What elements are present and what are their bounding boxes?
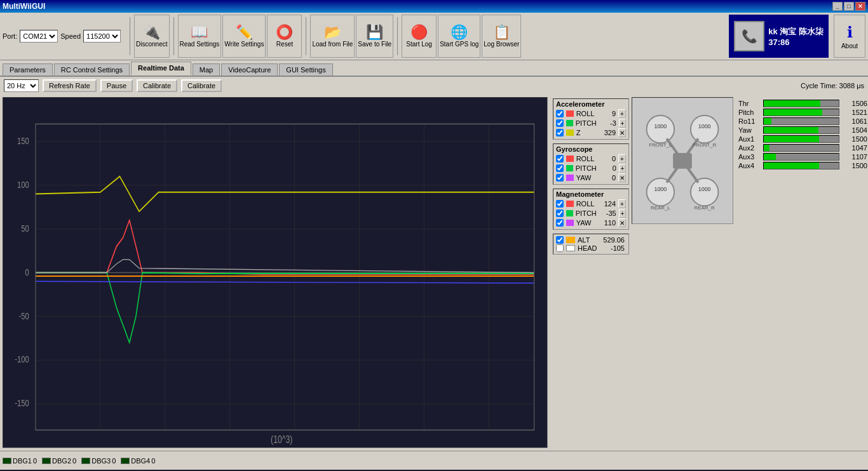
rc-aux2-bar <box>763 144 839 152</box>
maximize-button[interactable]: □ <box>844 2 854 11</box>
accel-z-label: Z <box>576 129 595 136</box>
start-log-button[interactable]: 🔴 Start Log <box>402 15 437 58</box>
rc-aux2-value: 1047 <box>842 144 867 152</box>
dbg1-indicator <box>3 458 11 464</box>
dbg1-item: DBG1 0 <box>3 457 37 465</box>
mag-pitch-checkbox[interactable] <box>556 209 564 217</box>
rc-aux1-label: Aux1 <box>738 135 761 143</box>
mag-roll-plus[interactable]: + <box>618 199 626 208</box>
speed-select[interactable]: 1152005760038400 <box>83 30 121 43</box>
gyro-pitch-checkbox[interactable] <box>556 164 564 172</box>
accel-roll-plus[interactable]: + <box>618 109 626 118</box>
tab-video-capture[interactable]: VideoCapture <box>221 63 278 76</box>
save-file-icon: 💾 <box>366 25 383 39</box>
gyro-yaw-color <box>566 175 574 181</box>
rc-pitch-bar <box>763 109 839 116</box>
mag-roll-checkbox[interactable] <box>556 200 564 208</box>
rc-roll-row: Ro11 1061 <box>738 117 867 125</box>
speed-label: Speed <box>60 32 81 40</box>
gyro-pitch-plus[interactable]: + <box>619 164 626 173</box>
right-panel: Accelerometer ROLL 9 + PITCH -3 <box>550 95 868 451</box>
mag-yaw-checkbox[interactable] <box>556 219 564 227</box>
rc-aux1-fill <box>764 136 819 142</box>
read-settings-icon: 📖 <box>191 25 208 39</box>
tab-map[interactable]: Map <box>193 63 220 76</box>
alt-value: 529.06 <box>602 236 625 244</box>
tab-gui-settings[interactable]: GUI Settings <box>279 63 332 76</box>
save-to-file-button[interactable]: 💾 Save to File <box>356 15 393 58</box>
reset-label: Reset <box>276 41 293 48</box>
reset-button[interactable]: ⭕ Reset <box>267 15 302 58</box>
log-browser-button[interactable]: 📋 Log Browser <box>482 15 521 58</box>
rc-roll-value: 1061 <box>842 117 867 125</box>
accel-roll-checkbox[interactable] <box>556 110 564 117</box>
minimize-button[interactable]: _ <box>832 2 843 11</box>
calibrate-mag-button[interactable]: Calibrate <box>181 79 222 92</box>
rc-yaw-row: Yaw 1504 <box>738 126 867 134</box>
mag-title: Magnetometer <box>556 190 626 198</box>
svg-text:FRONT_L: FRONT_L <box>649 142 672 148</box>
alt-row: ALT 529.06 <box>556 236 626 244</box>
write-settings-button[interactable]: ✏️ Write Settings <box>222 15 266 58</box>
svg-text:1000: 1000 <box>654 186 667 192</box>
gyro-yaw-checkbox[interactable] <box>556 174 564 182</box>
debug-bar: DBG1 0 DBG2 0 DBG3 0 DBG4 0 <box>0 451 868 470</box>
rc-yaw-fill <box>764 127 818 133</box>
port-select[interactable]: COM21COM1COM2 <box>20 30 58 43</box>
svg-text:-50: -50 <box>19 310 29 321</box>
gyro-roll-plus[interactable]: + <box>618 154 626 163</box>
magnetometer-panel: Magnetometer ROLL 124 + PITCH - <box>553 189 629 230</box>
accel-z-plus[interactable]: ✕ <box>618 128 626 137</box>
calibrate-acc-button[interactable]: Calibrate <box>137 79 177 92</box>
tab-realtime-data[interactable]: Realtime Data <box>131 62 191 76</box>
rc-aux2-label: Aux2 <box>738 144 761 152</box>
start-gps-log-button[interactable]: 🌐 Start GPS log <box>438 15 480 58</box>
tab-rc-control[interactable]: RC Control Settings <box>54 63 130 76</box>
dbg2-indicator <box>42 458 51 464</box>
toolbar-divider-1 <box>130 17 130 55</box>
load-from-file-button[interactable]: 📂 Load from File <box>310 15 355 58</box>
alt-head-panel: ALT 529.06 HEAD -105 <box>553 234 629 255</box>
head-checkbox[interactable] <box>556 244 564 252</box>
rc-aux3-row: Aux3 1107 <box>738 153 867 161</box>
gyro-roll-checkbox[interactable] <box>556 155 564 163</box>
svg-text:FRONT_R: FRONT_R <box>693 142 717 148</box>
disconnect-label: Disconnect <box>136 41 167 48</box>
dbg2-label: DBG2 <box>52 457 71 465</box>
mag-pitch-plus[interactable]: + <box>619 209 626 218</box>
rc-roll-bar <box>763 117 839 125</box>
accelerometer-panel: Accelerometer ROLL 9 + PITCH -3 <box>553 98 629 140</box>
rc-aux1-value: 1500 <box>842 135 867 143</box>
accel-z-row: Z 329 ✕ <box>556 128 626 137</box>
svg-rect-33 <box>673 153 692 169</box>
rc-aux4-row: Aux4 1500 <box>738 162 867 169</box>
disconnect-button[interactable]: 🔌 Disconnect <box>134 15 169 58</box>
toolbar-divider-4 <box>397 17 398 55</box>
rc-yaw-bar <box>763 126 839 134</box>
accel-pitch-checkbox[interactable] <box>556 119 564 127</box>
rc-roll-fill <box>764 118 771 124</box>
about-button[interactable]: ℹ About <box>834 15 865 58</box>
rc-pitch-row: Pitch 1521 <box>738 109 867 116</box>
refresh-rate-button[interactable]: Refresh Rate <box>43 79 97 92</box>
svg-text:(10^3): (10^3) <box>271 434 292 445</box>
dbg4-indicator <box>121 458 130 464</box>
user-time: 37:86 <box>768 37 824 47</box>
alt-color <box>566 237 575 243</box>
accel-pitch-plus[interactable]: + <box>619 119 626 128</box>
close-button[interactable]: ✕ <box>855 2 865 11</box>
accel-pitch-value: -3 <box>599 119 616 127</box>
rate-select[interactable]: 20 Hz <box>4 79 39 92</box>
pause-button[interactable]: Pause <box>100 79 133 92</box>
accel-z-checkbox[interactable] <box>556 129 564 136</box>
title-bar-controls: _ □ ✕ <box>832 2 865 11</box>
start-log-label: Start Log <box>406 41 432 48</box>
accel-pitch-row: PITCH -3 + <box>556 119 626 128</box>
read-settings-button[interactable]: 📖 Read Settings <box>178 15 222 58</box>
rc-pitch-value: 1521 <box>842 109 867 116</box>
gyro-yaw-plus[interactable]: ✕ <box>618 173 626 182</box>
tab-parameters[interactable]: Parameters <box>3 63 53 76</box>
alt-checkbox[interactable] <box>556 236 564 244</box>
mag-yaw-plus[interactable]: ✕ <box>618 218 626 227</box>
gyro-roll-row: ROLL 0 + <box>556 154 626 163</box>
